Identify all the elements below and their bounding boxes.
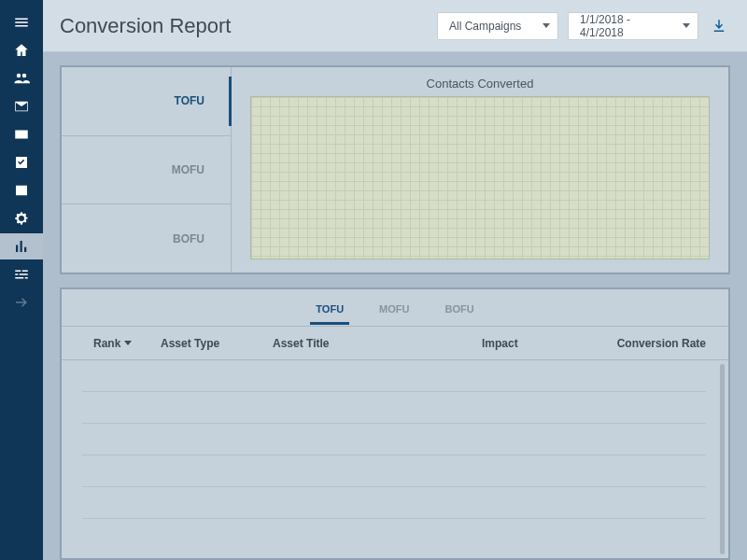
funnel-tab-bofu[interactable]: BOFU [62,204,232,273]
page-title: Conversion Report [60,14,428,38]
table-body [62,360,728,558]
th-asset-title[interactable]: Asset Title [273,337,482,350]
chart-grid [250,96,710,259]
funnel-tabs: TOFU MOFU BOFU [62,67,232,273]
checkbox-icon[interactable] [0,149,43,175]
th-asset-type[interactable]: Asset Type [161,337,273,350]
people-icon[interactable] [0,65,43,91]
campaign-select-value: All Campaigns [449,20,521,33]
campaign-select[interactable]: All Campaigns [437,12,558,40]
th-conversion-rate[interactable]: Conversion Rate [594,337,706,350]
sort-desc-icon [124,341,132,345]
table-row [82,487,706,519]
funnel-panel: TOFU MOFU BOFU Contacts Converted [60,65,730,274]
table-tab-tofu[interactable]: TOFU [316,292,344,324]
chart-area: Contacts Converted [232,67,728,273]
home-icon[interactable] [0,37,43,63]
table-tab-label: BOFU [444,303,473,315]
table-tabs: TOFU MOFU BOFU [62,289,728,327]
table-row [82,392,706,424]
table-tab-label: MOFU [379,303,409,315]
funnel-tab-mofu[interactable]: MOFU [62,136,232,205]
card-icon[interactable] [0,121,43,147]
date-range-select[interactable]: 1/1/2018 - 4/1/2018 [568,12,698,40]
download-button[interactable] [708,12,730,40]
sidebar [0,0,43,560]
arrow-right-icon[interactable] [0,289,43,315]
image-icon[interactable] [0,177,43,203]
menu-icon[interactable] [0,9,43,35]
funnel-tab-tofu[interactable]: TOFU [62,67,232,136]
table-tab-mofu[interactable]: MOFU [379,292,409,324]
th-rank[interactable]: Rank [93,337,161,350]
th-rank-label: Rank [93,337,120,350]
gear-icon[interactable] [0,205,43,231]
date-range-value: 1/1/2018 - 4/1/2018 [580,13,671,39]
main: Conversion Report All Campaigns 1/1/2018… [43,0,747,560]
funnel-tab-label: MOFU [172,163,204,176]
chevron-down-icon [683,23,690,28]
table-panel: TOFU MOFU BOFU Rank Asset Type Asset Tit… [60,287,730,560]
email-icon[interactable] [0,93,43,119]
scrollbar[interactable] [720,364,725,554]
table-tab-label: TOFU [316,303,344,315]
table-header: Rank Asset Type Asset Title Impact Conve… [62,327,728,360]
chart-title: Contacts Converted [250,77,710,91]
sliders-icon[interactable] [0,261,43,287]
th-impact[interactable]: Impact [482,337,594,350]
content: TOFU MOFU BOFU Contacts Converted TOFU M… [43,52,747,560]
chevron-down-icon [543,23,550,28]
funnel-tab-label: TOFU [175,94,204,107]
topbar: Conversion Report All Campaigns 1/1/2018… [43,0,747,52]
table-tab-bofu[interactable]: BOFU [444,292,473,324]
table-row [82,424,706,455]
table-row [82,455,706,487]
table-row [82,360,706,392]
bar-chart-icon[interactable] [0,233,43,259]
funnel-tab-label: BOFU [173,232,204,245]
